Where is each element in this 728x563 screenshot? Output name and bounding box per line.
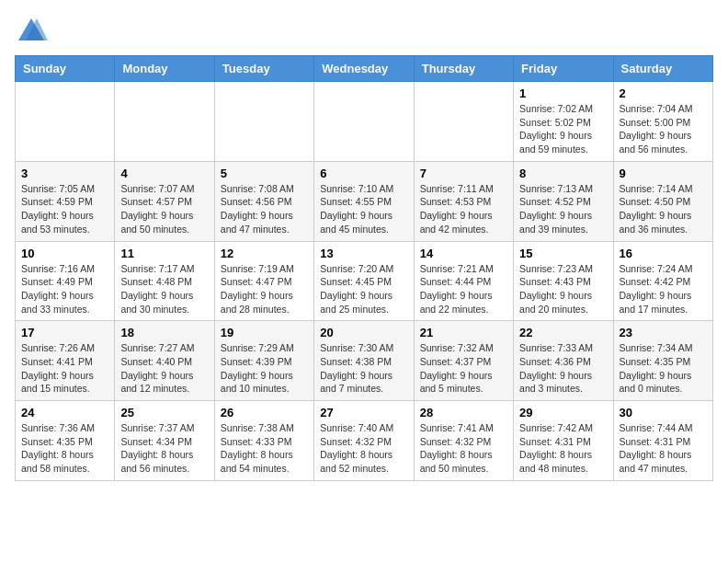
calendar-cell: 5Sunrise: 7:08 AM Sunset: 4:56 PM Daylig… (214, 161, 313, 241)
calendar-week-row: 24Sunrise: 7:36 AM Sunset: 4:35 PM Dayli… (16, 401, 713, 481)
day-info: Sunrise: 7:33 AM Sunset: 4:36 PM Dayligh… (519, 341, 607, 396)
day-info: Sunrise: 7:13 AM Sunset: 4:52 PM Dayligh… (519, 182, 607, 236)
day-number: 27 (320, 406, 407, 419)
day-info: Sunrise: 7:29 AM Sunset: 4:39 PM Dayligh… (221, 341, 308, 396)
day-number: 15 (519, 247, 607, 260)
weekday-header-monday: Monday (115, 56, 214, 82)
day-info: Sunrise: 7:16 AM Sunset: 4:49 PM Dayligh… (21, 262, 108, 316)
calendar-cell: 14Sunrise: 7:21 AM Sunset: 4:44 PM Dayli… (414, 241, 513, 321)
day-number: 20 (320, 326, 407, 339)
day-number: 14 (420, 247, 507, 260)
day-number: 7 (420, 167, 507, 180)
day-number: 8 (519, 167, 607, 180)
day-number: 24 (21, 406, 108, 419)
day-number: 5 (221, 167, 308, 180)
day-number: 25 (120, 406, 208, 419)
day-number: 11 (120, 247, 208, 260)
day-number: 2 (620, 86, 707, 100)
calendar-cell: 30Sunrise: 7:44 AM Sunset: 4:31 PM Dayli… (613, 401, 712, 481)
calendar-cell: 23Sunrise: 7:34 AM Sunset: 4:35 PM Dayli… (613, 321, 712, 401)
day-number: 19 (221, 326, 308, 339)
calendar-cell (414, 82, 513, 162)
day-info: Sunrise: 7:36 AM Sunset: 4:35 PM Dayligh… (21, 421, 108, 476)
calendar-cell (214, 82, 313, 162)
calendar-cell: 16Sunrise: 7:24 AM Sunset: 4:42 PM Dayli… (613, 241, 712, 321)
day-info: Sunrise: 7:05 AM Sunset: 4:59 PM Dayligh… (21, 182, 108, 236)
calendar-cell: 10Sunrise: 7:16 AM Sunset: 4:49 PM Dayli… (16, 241, 115, 321)
weekday-header-friday: Friday (514, 56, 613, 82)
calendar-cell: 4Sunrise: 7:07 AM Sunset: 4:57 PM Daylig… (115, 161, 214, 241)
calendar-cell: 8Sunrise: 7:13 AM Sunset: 4:52 PM Daylig… (514, 161, 613, 241)
day-info: Sunrise: 7:20 AM Sunset: 4:45 PM Dayligh… (320, 262, 407, 316)
day-number: 9 (620, 167, 707, 180)
weekday-header-wednesday: Wednesday (314, 56, 414, 82)
day-number: 22 (519, 326, 607, 339)
calendar-header-row: SundayMondayTuesdayWednesdayThursdayFrid… (16, 56, 713, 82)
day-number: 18 (120, 326, 208, 339)
day-info: Sunrise: 7:32 AM Sunset: 4:37 PM Dayligh… (420, 341, 507, 396)
calendar-cell: 29Sunrise: 7:42 AM Sunset: 4:31 PM Dayli… (514, 401, 613, 481)
day-info: Sunrise: 7:37 AM Sunset: 4:34 PM Dayligh… (120, 421, 208, 476)
day-info: Sunrise: 7:14 AM Sunset: 4:50 PM Dayligh… (620, 182, 707, 236)
day-number: 1 (519, 86, 607, 100)
day-info: Sunrise: 7:23 AM Sunset: 4:43 PM Dayligh… (519, 262, 607, 316)
day-info: Sunrise: 7:08 AM Sunset: 4:56 PM Dayligh… (221, 182, 308, 236)
calendar-cell: 12Sunrise: 7:19 AM Sunset: 4:47 PM Dayli… (214, 241, 313, 321)
calendar-cell: 6Sunrise: 7:10 AM Sunset: 4:55 PM Daylig… (314, 161, 414, 241)
calendar-cell: 25Sunrise: 7:37 AM Sunset: 4:34 PM Dayli… (115, 401, 214, 481)
day-info: Sunrise: 7:11 AM Sunset: 4:53 PM Dayligh… (420, 182, 507, 236)
calendar-cell: 27Sunrise: 7:40 AM Sunset: 4:32 PM Dayli… (314, 401, 414, 481)
calendar-cell: 15Sunrise: 7:23 AM Sunset: 4:43 PM Dayli… (514, 241, 613, 321)
weekday-header-sunday: Sunday (16, 56, 115, 82)
day-info: Sunrise: 7:41 AM Sunset: 4:32 PM Dayligh… (420, 421, 507, 476)
day-info: Sunrise: 7:07 AM Sunset: 4:57 PM Dayligh… (120, 182, 208, 236)
calendar-cell: 28Sunrise: 7:41 AM Sunset: 4:32 PM Dayli… (414, 401, 513, 481)
calendar-cell: 3Sunrise: 7:05 AM Sunset: 4:59 PM Daylig… (16, 161, 115, 241)
calendar-week-row: 10Sunrise: 7:16 AM Sunset: 4:49 PM Dayli… (16, 241, 713, 321)
day-number: 21 (420, 326, 507, 339)
calendar-cell: 9Sunrise: 7:14 AM Sunset: 4:50 PM Daylig… (613, 161, 712, 241)
day-number: 4 (120, 167, 208, 180)
logo (15, 15, 51, 48)
calendar-cell: 26Sunrise: 7:38 AM Sunset: 4:33 PM Dayli… (214, 401, 313, 481)
calendar-cell: 7Sunrise: 7:11 AM Sunset: 4:53 PM Daylig… (414, 161, 513, 241)
day-number: 29 (519, 406, 607, 419)
calendar-cell: 17Sunrise: 7:26 AM Sunset: 4:41 PM Dayli… (16, 321, 115, 401)
calendar-cell: 1Sunrise: 7:02 AM Sunset: 5:02 PM Daylig… (514, 82, 613, 162)
calendar-cell: 2Sunrise: 7:04 AM Sunset: 5:00 PM Daylig… (613, 82, 712, 162)
day-info: Sunrise: 7:24 AM Sunset: 4:42 PM Dayligh… (620, 262, 707, 316)
day-number: 13 (320, 247, 407, 260)
day-info: Sunrise: 7:19 AM Sunset: 4:47 PM Dayligh… (221, 262, 308, 316)
calendar-week-row: 17Sunrise: 7:26 AM Sunset: 4:41 PM Dayli… (16, 321, 713, 401)
day-number: 10 (21, 247, 108, 260)
calendar-cell: 21Sunrise: 7:32 AM Sunset: 4:37 PM Dayli… (414, 321, 513, 401)
weekday-header-thursday: Thursday (414, 56, 513, 82)
day-number: 12 (221, 247, 308, 260)
calendar-week-row: 1Sunrise: 7:02 AM Sunset: 5:02 PM Daylig… (16, 82, 713, 162)
calendar-cell: 19Sunrise: 7:29 AM Sunset: 4:39 PM Dayli… (214, 321, 313, 401)
day-info: Sunrise: 7:02 AM Sunset: 5:02 PM Dayligh… (519, 102, 607, 156)
day-number: 6 (320, 167, 407, 180)
calendar-cell (314, 82, 414, 162)
calendar-cell (115, 82, 214, 162)
day-info: Sunrise: 7:42 AM Sunset: 4:31 PM Dayligh… (519, 421, 607, 476)
weekday-header-saturday: Saturday (613, 56, 712, 82)
calendar-week-row: 3Sunrise: 7:05 AM Sunset: 4:59 PM Daylig… (16, 161, 713, 241)
day-info: Sunrise: 7:21 AM Sunset: 4:44 PM Dayligh… (420, 262, 507, 316)
day-info: Sunrise: 7:04 AM Sunset: 5:00 PM Dayligh… (620, 102, 707, 156)
calendar-cell (16, 82, 115, 162)
day-info: Sunrise: 7:30 AM Sunset: 4:38 PM Dayligh… (320, 341, 407, 396)
day-info: Sunrise: 7:26 AM Sunset: 4:41 PM Dayligh… (21, 341, 108, 396)
calendar-cell: 22Sunrise: 7:33 AM Sunset: 4:36 PM Dayli… (514, 321, 613, 401)
calendar-cell: 11Sunrise: 7:17 AM Sunset: 4:48 PM Dayli… (115, 241, 214, 321)
calendar-cell: 24Sunrise: 7:36 AM Sunset: 4:35 PM Dayli… (16, 401, 115, 481)
day-number: 16 (620, 247, 707, 260)
calendar-table: SundayMondayTuesdayWednesdayThursdayFrid… (15, 55, 713, 481)
page-header (15, 15, 713, 48)
calendar-cell: 20Sunrise: 7:30 AM Sunset: 4:38 PM Dayli… (314, 321, 414, 401)
day-info: Sunrise: 7:44 AM Sunset: 4:31 PM Dayligh… (620, 421, 707, 476)
day-number: 26 (221, 406, 308, 419)
day-info: Sunrise: 7:40 AM Sunset: 4:32 PM Dayligh… (320, 421, 407, 476)
day-info: Sunrise: 7:17 AM Sunset: 4:48 PM Dayligh… (120, 262, 208, 316)
day-info: Sunrise: 7:27 AM Sunset: 4:40 PM Dayligh… (120, 341, 208, 396)
